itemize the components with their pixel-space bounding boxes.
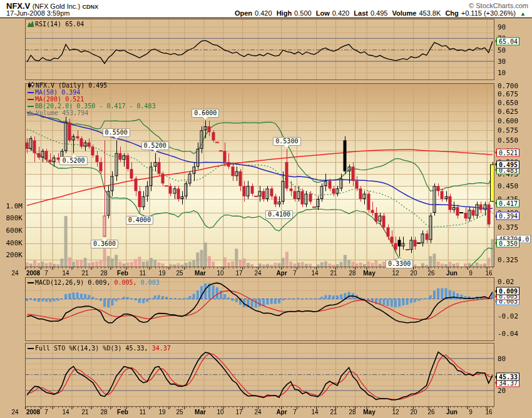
sto-value-d: 34.37: [152, 345, 171, 352]
date-tick-label: 19: [158, 270, 165, 277]
pivot-annotation: 0.4000: [126, 216, 153, 225]
sto-line-icon: [28, 345, 34, 352]
sto-value-box: 45.33: [496, 373, 519, 381]
ma200-legend-text: MA(200) 0.521: [35, 96, 84, 103]
price-value-box: 0.495: [496, 160, 519, 168]
date-tick-label: 21: [81, 270, 88, 277]
date-tick-label: 24: [254, 409, 261, 415]
date-tick-label: May: [363, 409, 375, 415]
annotation-pointer-icon: [397, 255, 402, 260]
sto-value-k: 45.33,: [126, 345, 148, 352]
price-tick-label: 0.650: [498, 99, 518, 107]
price-tick-label: 0.600: [498, 117, 518, 125]
date-tick-label: 14: [62, 409, 69, 415]
annotation-pointer-icon: [114, 136, 119, 141]
sto-legend-name: Full STO %K(14,3) %D(3): [35, 345, 121, 352]
date-tick-label: 2008: [26, 409, 40, 415]
sto-legend: Full STO %K(14,3) %D(3) 45.33, 34.37: [28, 345, 171, 352]
date-tick-label: 25: [176, 409, 183, 415]
date-tick-label: 16: [485, 409, 492, 415]
volume-tick-label: 400K: [0, 239, 23, 247]
volume-bars-icon: [28, 110, 34, 117]
date-tick-label: 20: [410, 270, 417, 277]
date-tick-label: 28: [349, 409, 356, 415]
rsi-legend: RSI(14) 65.04: [28, 21, 84, 28]
date-tick-label: 7: [44, 270, 48, 277]
annotation-pointer-icon: [284, 145, 289, 150]
date-tick-label: 21: [81, 409, 88, 415]
chg-value: +0.115 (+30.26%): [461, 9, 516, 17]
volume-legend-text: Volume 453,794: [36, 110, 88, 116]
date-tick-label: Mar: [195, 270, 206, 277]
date-tick-label: Mar: [195, 409, 206, 415]
price-value-box: 0.417: [496, 199, 519, 207]
price-value-box: 0.350: [496, 239, 519, 247]
chart-header: NFX.V (NFX Gold Inc.) CDNX © StockCharts…: [0, 0, 532, 18]
last-value: 0.495: [371, 9, 388, 17]
date-tick-label: 14: [62, 270, 69, 277]
date-tick-label: 28: [100, 270, 107, 277]
date-tick-label: 24: [254, 270, 261, 277]
date-tick-label: 17: [235, 409, 242, 415]
low-label: Low: [316, 9, 330, 17]
date-tick-label: 11: [140, 409, 146, 415]
macd-legend: MACD(12,26,9) 0.009, 0.005, 0.003: [28, 279, 160, 287]
pivot-annotation: 0.3300: [386, 260, 413, 268]
low-value: 0.420: [332, 9, 350, 17]
copyright: © StockCharts.com: [469, 2, 528, 9]
price-tick-label: 0.550: [498, 136, 518, 145]
price-tick-label: 0.625: [498, 108, 518, 116]
volume-tick-label: 800K: [0, 214, 23, 222]
date-tick-label: 21: [330, 270, 337, 277]
annotation-pointer-icon: [71, 152, 76, 157]
pivot-annotation: 0.5200: [59, 156, 87, 165]
volume-label: Volume: [392, 9, 417, 17]
date-tick-label: 12: [392, 409, 399, 415]
date-tick-label: Jun: [446, 409, 458, 415]
date-tick-label: Jun: [446, 270, 458, 277]
date-tick-label: 20: [410, 409, 417, 415]
date-tick-label: 26: [427, 409, 434, 415]
price-value-box: 0.394: [496, 212, 519, 220]
date-tick-label: 16: [485, 270, 492, 277]
volume-tick-label: 600K: [0, 227, 23, 235]
ma50-legend-text: MA(50) 0.394: [35, 89, 80, 96]
macd-tick-label: -0.04: [498, 330, 518, 338]
volume-tick-label: 200K: [0, 251, 23, 259]
date-tick-label: 14: [311, 270, 318, 277]
date-tick-label: 2008: [26, 270, 40, 277]
macd-value-1: 0.009,: [88, 279, 110, 286]
annotation-pointer-icon: [277, 206, 282, 211]
macd-tick-label: -0.02: [498, 312, 518, 320]
pivot-annotation: 0.6000: [192, 109, 219, 118]
pivot-annotation: 0.3600: [91, 240, 118, 248]
price-tick-label: 0.325: [498, 256, 518, 264]
date-tick-label: 26: [427, 270, 434, 277]
date-tick-label: 11: [140, 270, 146, 277]
macd-value-3: 0.003: [141, 279, 160, 286]
date-tick-label: 12: [392, 270, 399, 277]
chart-canvas: [0, 0, 532, 418]
macd-value-box: 0.009: [496, 287, 519, 295]
rsi-tick-label: 90: [498, 23, 506, 31]
price-tick-label: 0.575: [498, 126, 518, 135]
annotation-pointer-icon: [153, 150, 158, 155]
main-legend-volume: Volume 453,794: [28, 110, 88, 117]
price-value-box: 0.521: [496, 148, 519, 156]
date-tick-label: 24: [11, 270, 18, 277]
volume-tick-label: 1.0M: [0, 202, 23, 210]
date-tick-label: 7: [293, 409, 297, 415]
sto-tick-label: 80: [498, 355, 506, 363]
date-tick-label: 7: [293, 270, 297, 277]
price-tick-label: 0.700: [498, 82, 518, 90]
last-label: Last: [354, 9, 368, 17]
price-tick-label: 0.375: [498, 223, 518, 232]
pivot-annotation: 0.4100: [265, 210, 293, 219]
date-tick-label: 10: [217, 270, 223, 277]
date-tick-label: Apr: [276, 270, 287, 277]
chart-datetime: 17-Jun-2008 3:59pm: [6, 9, 70, 17]
date-tick-label: 9: [469, 270, 473, 277]
pivot-annotation: 0.5300: [273, 137, 300, 146]
date-tick-label: 10: [217, 409, 223, 415]
date-tick-label: 19: [158, 409, 165, 415]
